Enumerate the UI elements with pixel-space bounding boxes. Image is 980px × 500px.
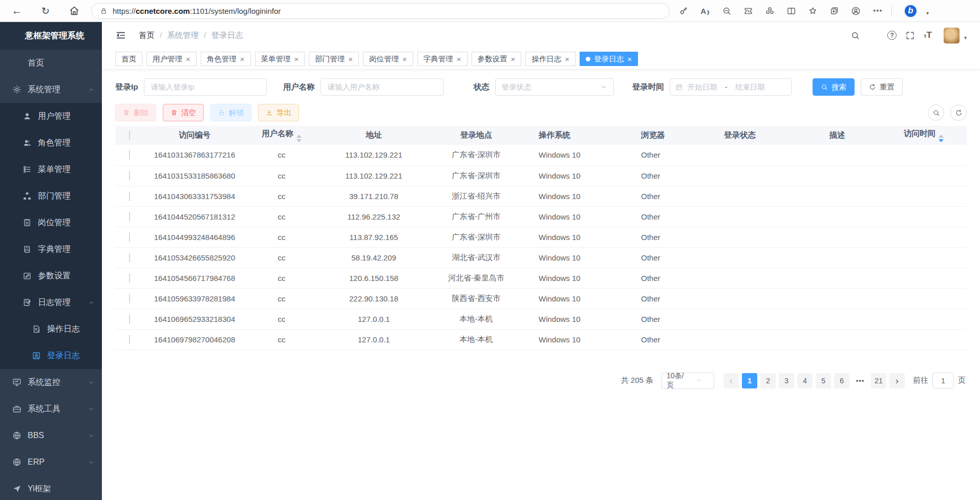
bing-copilot-icon[interactable]: b — [904, 4, 918, 18]
sidebar-item-op-log[interactable]: 操作日志 — [0, 316, 102, 342]
delete-button[interactable]: 删除 — [115, 104, 156, 121]
close-icon[interactable]: × — [402, 55, 407, 63]
reset-button[interactable]: 重置 — [861, 78, 903, 96]
fullscreen-icon[interactable] — [905, 31, 915, 40]
sidebar-item-dict-mgmt[interactable]: 字典管理 — [0, 236, 102, 263]
split-screen-icon[interactable] — [786, 6, 796, 16]
tab-post-mgmt[interactable]: 岗位管理× — [363, 52, 413, 66]
sidebar-item-user-mgmt[interactable]: 用户管理 — [0, 103, 102, 129]
collections-icon[interactable] — [829, 6, 839, 16]
close-icon[interactable]: × — [240, 55, 245, 63]
row-checkbox[interactable] — [129, 171, 130, 181]
close-icon[interactable]: × — [627, 55, 632, 63]
app-logo[interactable]: 意框架管理系统 — [0, 22, 102, 50]
sidebar-item-erp[interactable]: ERP — [0, 449, 102, 475]
row-checkbox[interactable] — [129, 294, 130, 303]
select-all-checkbox[interactable] — [129, 131, 130, 140]
row-checkbox[interactable] — [129, 335, 130, 344]
goto-page-input[interactable] — [932, 373, 954, 388]
search-button[interactable]: 搜索 — [813, 78, 855, 96]
close-icon[interactable]: × — [457, 55, 461, 63]
page-button-6[interactable]: 6 — [834, 373, 849, 388]
github-icon[interactable] — [869, 31, 879, 40]
coupons-icon[interactable] — [743, 6, 753, 16]
read-aloud-icon[interactable]: A❱ — [700, 6, 710, 16]
tab-menu-mgmt[interactable]: 菜单管理× — [255, 52, 305, 66]
tab-home[interactable]: 首页 — [115, 52, 142, 66]
login-time-range-picker[interactable]: 开始日期 - 结束日期 — [670, 78, 792, 96]
browser-reload-icon[interactable]: ↻ — [40, 5, 51, 16]
row-checkbox[interactable] — [129, 191, 130, 201]
close-icon[interactable]: × — [565, 55, 569, 63]
tab-user-mgmt[interactable]: 用户管理× — [146, 52, 197, 66]
unlock-button[interactable]: 解锁 — [210, 104, 251, 121]
page-button-4[interactable]: 4 — [797, 373, 813, 388]
tab-dept-mgmt[interactable]: 部门管理× — [309, 52, 359, 66]
page-button-2[interactable]: 2 — [760, 373, 776, 388]
profile-icon[interactable] — [851, 6, 861, 16]
toggle-search-button[interactable] — [928, 104, 944, 121]
export-button[interactable]: 导出 — [258, 104, 299, 121]
key-icon[interactable] — [679, 6, 689, 16]
close-icon[interactable]: × — [294, 55, 299, 63]
tab-param-settings[interactable]: 参数设置× — [472, 52, 522, 66]
row-checkbox[interactable] — [129, 212, 130, 222]
column-header-user[interactable]: 用户名称 — [246, 126, 317, 145]
caret-down-icon[interactable]: ▾ — [926, 10, 929, 16]
sidebar-item-system-mgmt[interactable]: 系统管理 — [0, 76, 102, 103]
search-icon[interactable] — [850, 31, 860, 40]
sidebar-item-log-mgmt[interactable]: 日志管理 — [0, 289, 102, 316]
essentials-icon[interactable] — [765, 6, 775, 16]
zoom-out-icon[interactable] — [722, 6, 732, 16]
sidebar-item-menu-mgmt[interactable]: 菜单管理 — [0, 156, 102, 183]
row-checkbox[interactable] — [129, 232, 130, 242]
user-avatar[interactable] — [944, 28, 960, 44]
sidebar-item-param-settings[interactable]: 参数设置 — [0, 263, 102, 289]
page-button-21[interactable]: 21 — [871, 373, 886, 388]
favorites-icon[interactable] — [808, 6, 818, 16]
breadcrumb-item[interactable]: 首页 — [139, 30, 155, 41]
login-status-select[interactable]: 登录状态 — [495, 78, 614, 96]
close-icon[interactable]: × — [511, 55, 516, 63]
sidebar-item-role-mgmt[interactable]: 角色管理 — [0, 129, 102, 156]
close-icon[interactable]: × — [348, 55, 353, 63]
sidebar-item-dept-mgmt[interactable]: 部门管理 — [0, 183, 102, 209]
avatar-caret-down-icon[interactable]: ▾ — [964, 35, 967, 40]
close-icon[interactable]: × — [186, 55, 190, 63]
help-icon[interactable]: ? — [887, 31, 897, 40]
page-button-5[interactable]: 5 — [816, 373, 831, 388]
browser-back-icon[interactable]: ← — [11, 5, 23, 16]
tab-login-log[interactable]: 登录日志× — [580, 52, 638, 66]
sidebar-item-login-log[interactable]: 登录日志 — [0, 342, 102, 369]
clear-button[interactable]: 清空 — [163, 104, 204, 121]
pager-more[interactable]: ••• — [853, 377, 868, 384]
sidebar-item-post-mgmt[interactable]: 岗位管理 — [0, 209, 102, 236]
user-name-input[interactable] — [321, 78, 444, 96]
row-checkbox[interactable] — [129, 253, 130, 263]
column-header-time[interactable]: 访问时间 — [881, 126, 967, 145]
sort-carets-icon[interactable] — [296, 135, 302, 142]
sidebar-item-home[interactable]: 首页 — [0, 50, 102, 76]
sidebar-item-bbs[interactable]: BBS — [0, 422, 102, 449]
row-checkbox[interactable] — [129, 273, 130, 283]
browser-home-icon[interactable] — [69, 5, 80, 16]
sidebar-item-system-tools[interactable]: 系统工具 — [0, 396, 102, 422]
sort-carets-icon[interactable] — [939, 135, 944, 142]
login-ip-input[interactable] — [144, 78, 267, 96]
tab-op-log[interactable]: 操作日志× — [525, 52, 576, 66]
more-icon[interactable]: ⋯ — [872, 6, 882, 16]
sidebar-item-yi-framework[interactable]: Yi框架 — [0, 475, 102, 500]
page-button-1[interactable]: 1 — [742, 373, 757, 388]
refresh-table-button[interactable] — [950, 104, 967, 121]
prev-page-button[interactable]: ‹ — [723, 373, 739, 388]
page-size-select[interactable]: 10条/页 — [662, 373, 714, 389]
sidebar-item-system-monitor[interactable]: 系统监控 — [0, 369, 102, 396]
next-page-button[interactable]: › — [889, 373, 905, 388]
font-size-icon[interactable]: тT — [924, 30, 932, 40]
row-checkbox[interactable] — [129, 150, 130, 160]
row-checkbox[interactable] — [129, 314, 130, 324]
collapse-menu-icon[interactable] — [115, 30, 126, 41]
tab-dict-mgmt[interactable]: 字典管理× — [417, 52, 467, 66]
address-bar[interactable]: https://ccnetcore.com:1101/system/log/lo… — [91, 3, 670, 19]
tab-role-mgmt[interactable]: 角色管理× — [201, 52, 251, 66]
